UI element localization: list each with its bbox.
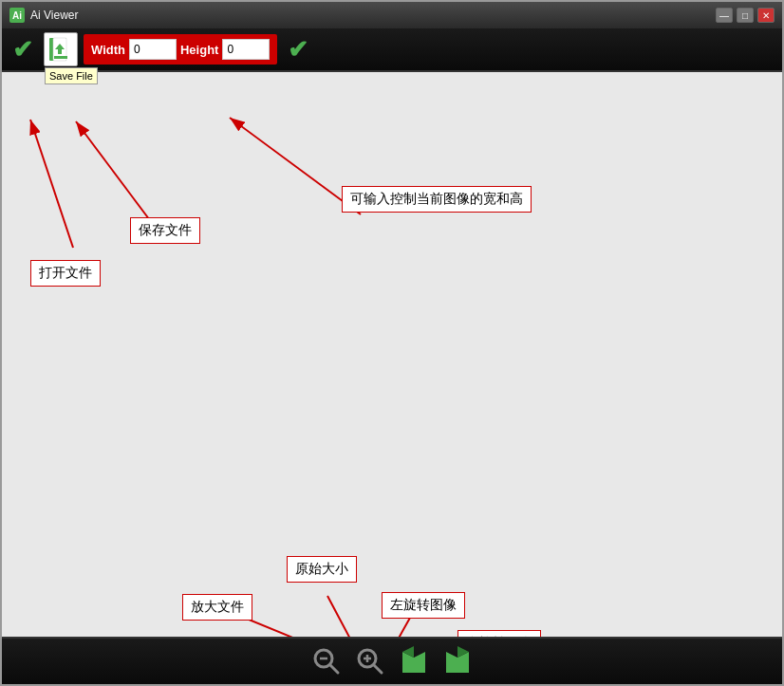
svg-line-20 [374, 665, 382, 673]
zoom-in-button[interactable] [353, 644, 387, 678]
width-input[interactable] [129, 39, 177, 60]
save-file-button[interactable]: Save File [44, 32, 78, 66]
bottom-toolbar [2, 637, 782, 684]
title-bar-left: Ai Ai Viewer [9, 8, 78, 23]
svg-line-12 [387, 618, 410, 637]
zoom-in-icon [355, 646, 385, 677]
svg-line-11 [327, 596, 361, 637]
annotation-zoom-in: 放大文件 [182, 594, 252, 621]
window-controls: — □ ✕ [716, 8, 775, 23]
zoom-out-icon [311, 646, 342, 677]
rotate-left-icon [399, 646, 429, 677]
height-input[interactable] [222, 39, 270, 60]
svg-rect-5 [54, 56, 67, 59]
window-title: Ai Viewer [30, 9, 78, 22]
main-window: Ai Ai Viewer — □ ✕ ✔ [0, 0, 784, 686]
svg-line-10 [237, 615, 344, 637]
annotation-original-size: 原始大小 [287, 556, 357, 583]
dimension-input-group: Width Height [84, 34, 277, 65]
toolbar: ✔ Save File Width Height [2, 28, 782, 72]
svg-rect-4 [58, 49, 62, 54]
svg-line-16 [330, 665, 338, 673]
maximize-button[interactable]: □ [737, 8, 754, 23]
title-bar: Ai Ai Viewer — □ ✕ [2, 2, 782, 28]
annotation-rotate-left: 左旋转图像 [382, 592, 465, 619]
minimize-button[interactable]: — [716, 8, 733, 23]
svg-line-7 [30, 120, 73, 248]
app-icon: Ai [9, 8, 25, 23]
annotation-arrows [2, 72, 782, 637]
width-label: Width [91, 43, 125, 57]
check-right-icon: ✔ [288, 35, 308, 65]
rotate-right-button[interactable] [440, 644, 475, 678]
annotation-open-file: 打开文件 [30, 260, 101, 287]
height-label: Height [180, 43, 218, 57]
save-file-tooltip: Save File [45, 67, 98, 84]
annotation-save-file: 保存文件 [130, 217, 200, 244]
check-left-icon: ✔ [12, 35, 33, 65]
annotation-rotate-right: 右旋转图像 [457, 630, 541, 637]
rotate-left-button[interactable] [397, 644, 431, 678]
save-file-icon [47, 36, 74, 63]
rotate-right-icon [442, 646, 473, 677]
main-content-area: 打开文件 保存文件 可输入控制当前图像的宽和高 放大文件 原始大小 左旋转图像 … [2, 72, 782, 637]
close-button[interactable]: ✕ [757, 8, 775, 23]
confirm-button[interactable]: ✔ [283, 34, 313, 65]
zoom-out-button[interactable] [309, 644, 344, 678]
open-file-button[interactable]: ✔ [8, 34, 38, 65]
annotation-width-height: 可输入控制当前图像的宽和高 [342, 186, 532, 213]
